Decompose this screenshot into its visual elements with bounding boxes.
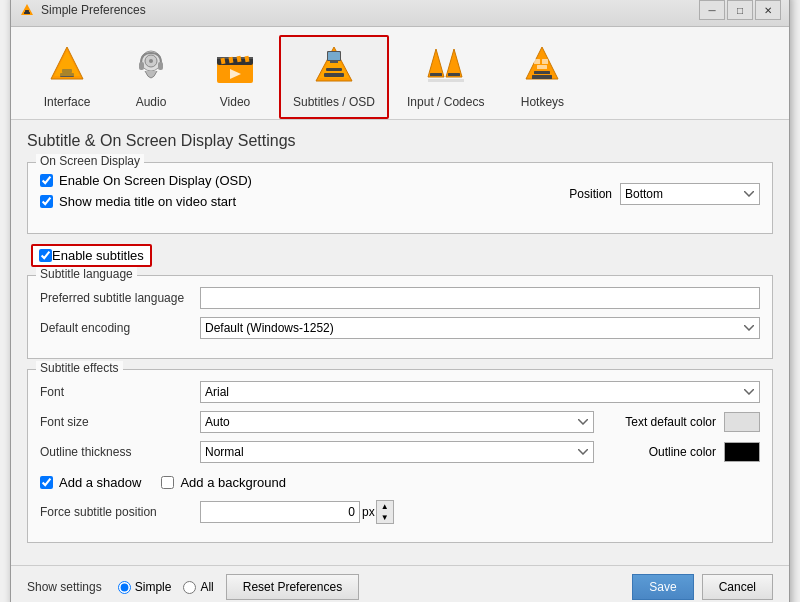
font-control: Arial Times New Roman Verdana xyxy=(200,381,760,403)
subtitle-effects-label: Subtitle effects xyxy=(36,361,123,375)
default-encoding-label: Default encoding xyxy=(40,321,200,335)
osd-checks: Enable On Screen Display (OSD) Show medi… xyxy=(40,173,569,215)
outline-label: Outline thickness xyxy=(40,445,200,459)
input-icon xyxy=(422,43,470,91)
svg-rect-23 xyxy=(326,68,342,71)
position-row: Position Bottom Top Left Right Center xyxy=(569,183,760,205)
all-radio-label[interactable]: All xyxy=(183,580,213,594)
svg-rect-30 xyxy=(448,73,460,76)
force-position-input[interactable] xyxy=(200,501,360,523)
add-background-row: Add a background xyxy=(161,475,286,490)
force-position-spin: px ▲ ▼ xyxy=(200,500,394,524)
outline-color-label: Outline color xyxy=(606,445,716,459)
shadow-bg-row: Add a shadow Add a background xyxy=(40,470,760,494)
add-shadow-checkbox[interactable] xyxy=(40,476,53,489)
outline-color-row: Outline color xyxy=(606,442,760,462)
font-size-select[interactable]: Auto 8101214 16182024 xyxy=(200,411,594,433)
force-position-label: Force subtitle position xyxy=(40,505,200,519)
title-bar-controls: ─ □ ✕ xyxy=(699,0,781,20)
font-size-label: Font size xyxy=(40,415,200,429)
svg-rect-1 xyxy=(24,12,30,14)
outline-select[interactable]: None Thin Normal Thick xyxy=(200,441,594,463)
font-row: Font Arial Times New Roman Verdana xyxy=(40,380,760,404)
title-bar: Simple Preferences ─ □ ✕ xyxy=(11,0,789,27)
shadow-bg-group: Add a shadow Add a background xyxy=(40,475,286,490)
svg-rect-10 xyxy=(139,62,144,70)
svg-rect-33 xyxy=(532,75,552,79)
preferred-language-row: Preferred subtitle language xyxy=(40,286,760,310)
nav-item-interface[interactable]: Interface xyxy=(27,35,107,119)
outline-color-swatch[interactable] xyxy=(724,442,760,462)
nav-item-input[interactable]: Input / Codecs xyxy=(393,35,498,119)
svg-rect-35 xyxy=(534,59,540,64)
show-settings-label: Show settings xyxy=(27,580,102,594)
show-media-title-label: Show media title on video start xyxy=(59,194,236,209)
page-title: Subtitle & On Screen Display Settings xyxy=(27,132,773,150)
nav-item-video[interactable]: Video xyxy=(195,35,275,119)
video-icon xyxy=(211,43,259,91)
enable-subtitles-label: Enable subtitles xyxy=(52,248,144,263)
window-title: Simple Preferences xyxy=(41,3,146,17)
nav-item-interface-label: Interface xyxy=(44,95,91,109)
add-shadow-label: Add a shadow xyxy=(59,475,141,490)
svg-rect-25 xyxy=(328,52,340,60)
hotkeys-icon xyxy=(518,43,566,91)
text-color-row: Text default color xyxy=(606,412,760,432)
default-encoding-row: Default encoding Default (Windows-1252) … xyxy=(40,316,760,340)
svg-rect-37 xyxy=(537,65,547,69)
all-radio[interactable] xyxy=(183,581,196,594)
enable-subtitles-checkbox[interactable] xyxy=(39,249,52,262)
show-media-title-checkbox[interactable] xyxy=(40,195,53,208)
audio-icon xyxy=(127,43,175,91)
footer-right: Save Cancel xyxy=(632,574,773,600)
title-bar-left: Simple Preferences xyxy=(19,2,146,18)
vlc-title-icon xyxy=(19,2,35,18)
text-color-label: Text default color xyxy=(606,415,716,429)
save-button[interactable]: Save xyxy=(632,574,693,600)
preferred-language-label: Preferred subtitle language xyxy=(40,291,200,305)
subtitle-language-group: Subtitle language Preferred subtitle lan… xyxy=(27,275,773,359)
reset-preferences-button[interactable]: Reset Preferences xyxy=(226,574,359,600)
enable-subtitles-row: Enable subtitles xyxy=(31,244,773,267)
outline-with-color: None Thin Normal Thick Outline color xyxy=(200,441,760,463)
preferred-language-input[interactable] xyxy=(200,287,760,309)
svg-marker-6 xyxy=(54,51,80,76)
spin-button-group: ▲ ▼ xyxy=(376,500,394,524)
nav-item-hotkeys-label: Hotkeys xyxy=(521,95,564,109)
nav-item-audio[interactable]: Audio xyxy=(111,35,191,119)
text-color-swatch[interactable] xyxy=(724,412,760,432)
enable-osd-row: Enable On Screen Display (OSD) xyxy=(40,173,569,188)
close-button[interactable]: ✕ xyxy=(755,0,781,20)
svg-rect-36 xyxy=(542,59,548,64)
simple-label: Simple xyxy=(135,580,172,594)
simple-radio-label[interactable]: Simple xyxy=(118,580,172,594)
content-area: Subtitle & On Screen Display Settings On… xyxy=(11,120,789,565)
minimize-button[interactable]: ─ xyxy=(699,0,725,20)
interface-icon xyxy=(43,43,91,91)
simple-radio[interactable] xyxy=(118,581,131,594)
subtitles-icon xyxy=(310,43,358,91)
cancel-button[interactable]: Cancel xyxy=(702,574,773,600)
add-background-label: Add a background xyxy=(180,475,286,490)
nav-item-subtitles-label: Subtitles / OSD xyxy=(293,95,375,109)
nav-item-hotkeys[interactable]: Hotkeys xyxy=(502,35,582,119)
svg-rect-2 xyxy=(25,10,29,12)
enable-osd-checkbox[interactable] xyxy=(40,174,53,187)
font-size-row: Font size Auto 8101214 16182024 Text def… xyxy=(40,410,760,434)
subtitle-language-group-label: Subtitle language xyxy=(36,267,137,281)
font-select[interactable]: Arial Times New Roman Verdana xyxy=(200,381,760,403)
add-background-checkbox[interactable] xyxy=(161,476,174,489)
nav-item-subtitles[interactable]: Subtitles / OSD xyxy=(279,35,389,119)
enable-subtitles-highlight: Enable subtitles xyxy=(31,244,152,267)
svg-rect-26 xyxy=(330,61,338,63)
font-size-with-color: Auto 8101214 16182024 Text default color xyxy=(200,411,760,433)
maximize-button[interactable]: □ xyxy=(727,0,753,20)
svg-rect-34 xyxy=(534,71,550,74)
default-encoding-select[interactable]: Default (Windows-1252) UTF-8 ISO-8859-1 xyxy=(200,317,760,339)
svg-marker-29 xyxy=(446,49,462,77)
osd-row: Enable On Screen Display (OSD) Show medi… xyxy=(40,173,760,215)
svg-rect-22 xyxy=(324,73,344,77)
spin-up-button[interactable]: ▲ xyxy=(377,501,393,512)
position-select[interactable]: Bottom Top Left Right Center xyxy=(620,183,760,205)
spin-down-button[interactable]: ▼ xyxy=(377,512,393,523)
